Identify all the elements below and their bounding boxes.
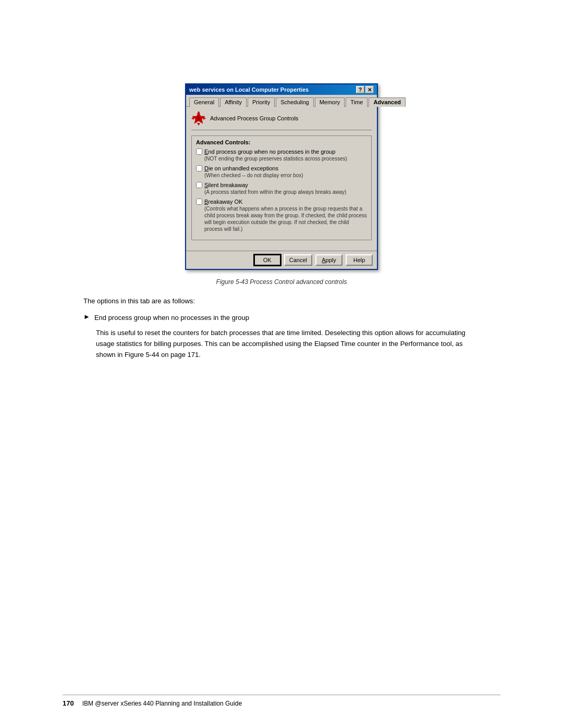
checkbox-end-process-desc: (NOT ending the group preserves statisti…	[204, 155, 367, 162]
checkbox-end-process-label: End process group when no processes in t…	[204, 149, 335, 155]
body-intro: The options in this tab are as follows:	[83, 296, 480, 306]
page-footer: 170 IBM @server xSeries 440 Planning and…	[63, 695, 500, 707]
tab-bar: General Affinity Priority Scheduling Mem…	[186, 95, 377, 107]
bullet-arrow-icon: ►	[83, 313, 90, 320]
dialog-wrapper: web services on Local Computer Propertie…	[185, 83, 378, 270]
page-container: web services on Local Computer Propertie…	[0, 0, 563, 728]
checkbox-breakaway-ok-desc: (Controls what happens when a process in…	[204, 205, 367, 232]
dialog-title: web services on Local Computer Propertie…	[189, 87, 309, 93]
cancel-button[interactable]: Cancel	[284, 254, 312, 266]
svg-marker-2	[197, 111, 200, 114]
checkbox-breakaway-ok-label: Breakaway OK	[204, 199, 242, 205]
tab-general[interactable]: General	[189, 97, 219, 107]
svg-marker-3	[197, 123, 200, 126]
dialog-content: Advanced Process Group Controls Advanced…	[186, 107, 377, 249]
checkbox-silent-breakaway-desc: (A process started from within the group…	[204, 189, 367, 195]
help-button[interactable]: ?	[356, 86, 364, 93]
tab-advanced[interactable]: Advanced	[369, 97, 406, 107]
tab-memory[interactable]: Memory	[315, 97, 345, 107]
tab-time[interactable]: Time	[346, 97, 368, 107]
advanced-controls-group: Advanced Controls: End process group whe…	[191, 135, 372, 240]
svg-marker-4	[191, 117, 194, 120]
bullet-point-1: ► End process group when no processes in…	[83, 313, 480, 323]
properties-dialog: web services on Local Computer Propertie…	[185, 83, 378, 270]
footer-text: IBM @server xSeries 440 Planning and Ins…	[82, 700, 242, 707]
move-icon	[191, 111, 206, 126]
tab-affinity[interactable]: Affinity	[220, 97, 247, 107]
svg-point-1	[197, 117, 200, 120]
page-number: 170	[63, 699, 74, 707]
group-label: Advanced Controls:	[196, 139, 367, 145]
checkbox-silent-breakaway-label: Silent breakaway	[204, 182, 248, 188]
body-text-block: The options in this tab are as follows: …	[83, 296, 480, 360]
apply-button[interactable]: Apply	[315, 254, 342, 266]
checkbox-die-unhandled-desc: (When checked -- do not display error bo…	[204, 172, 367, 179]
checkbox-die-unhandled-label: Die on unhandled exceptions	[204, 165, 278, 171]
bullet-description: This is useful to reset the counters for…	[96, 328, 480, 360]
svg-marker-5	[203, 117, 206, 120]
checkbox-end-process-input[interactable]	[196, 149, 202, 155]
checkbox-breakaway-ok-input[interactable]	[196, 199, 202, 205]
checkbox-die-unhandled: Die on unhandled exceptions (When checke…	[196, 165, 367, 179]
checkbox-silent-breakaway-input[interactable]	[196, 182, 202, 188]
ok-button[interactable]: OK	[254, 254, 281, 266]
figure-caption: Figure 5-43 Process Control advanced con…	[216, 278, 347, 286]
dialog-header-row: Advanced Process Group Controls	[191, 111, 372, 130]
close-button[interactable]: ✕	[365, 86, 374, 93]
dialog-footer: OK Cancel Apply Help	[186, 251, 377, 269]
checkbox-silent-breakaway: Silent breakaway (A process started from…	[196, 182, 367, 195]
dialog-titlebar: web services on Local Computer Propertie…	[186, 84, 377, 95]
tab-priority[interactable]: Priority	[248, 97, 275, 107]
header-title: Advanced Process Group Controls	[210, 115, 298, 121]
help-button-footer[interactable]: Help	[346, 254, 373, 266]
titlebar-buttons: ? ✕	[356, 86, 374, 93]
bullet-label: End process group when no processes in t…	[94, 313, 249, 323]
checkbox-end-process: End process group when no processes in t…	[196, 149, 367, 162]
tab-scheduling[interactable]: Scheduling	[276, 97, 313, 107]
checkbox-breakaway-ok: Breakaway OK (Controls what happens when…	[196, 199, 367, 232]
checkbox-die-unhandled-input[interactable]	[196, 165, 202, 171]
